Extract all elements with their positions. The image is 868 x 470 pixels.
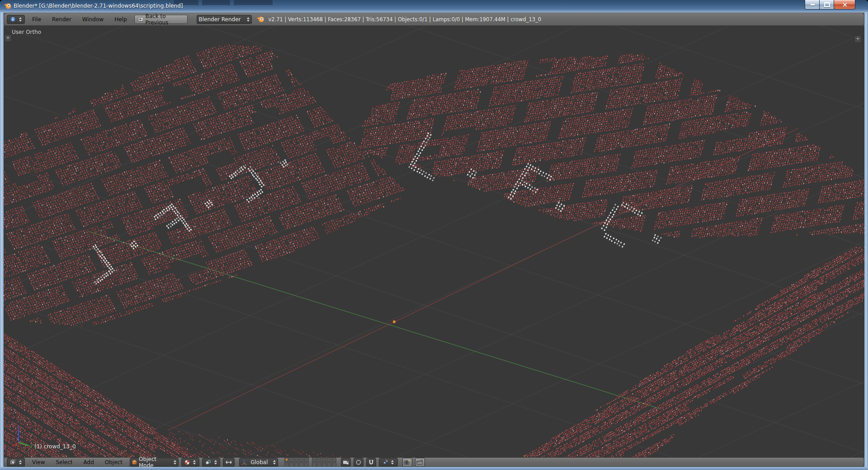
- layer-cell[interactable]: [299, 457, 304, 462]
- close-button[interactable]: [834, 0, 855, 9]
- editor-type-spinner[interactable]: [19, 460, 22, 465]
- view3d-header-bar: View Select Add Object Object Mode: [4, 457, 864, 467]
- mode-spinner[interactable]: [174, 460, 176, 465]
- background-window-fragment: [233, 0, 273, 5]
- back-to-previous-button[interactable]: Back to Previous: [134, 15, 188, 24]
- window-border-left: [0, 13, 4, 470]
- minimize-button[interactable]: [805, 0, 820, 9]
- render-engine-spinner[interactable]: [247, 17, 250, 22]
- pivot-icon: [205, 460, 211, 465]
- menu-render[interactable]: Render: [51, 16, 72, 23]
- render-engine-select[interactable]: Blender Render: [197, 15, 252, 24]
- toolshelf-expand-tab[interactable]: +: [4, 34, 12, 42]
- editor-type-selector-3dview[interactable]: [7, 458, 25, 467]
- editor-type-spinner[interactable]: [19, 17, 22, 22]
- layer-cell[interactable]: [299, 462, 304, 467]
- viewport-shading-select[interactable]: [181, 458, 199, 467]
- layer-cell[interactable]: [294, 462, 299, 467]
- menu-file[interactable]: File: [31, 16, 42, 23]
- proportional-edit-toggle[interactable]: [354, 458, 363, 467]
- snap-element-select[interactable]: [379, 458, 398, 467]
- screen: { "window": { "title": "Blender* [G:\\Bl…: [0, 0, 868, 470]
- layer-cell[interactable]: [304, 457, 309, 462]
- axis-tripod-icon: [241, 460, 247, 465]
- active-object-label: (1) crowd_13_0: [34, 443, 76, 450]
- 3d-viewport[interactable]: User Ortho + + z y (1) crowd_13_0: [4, 26, 864, 457]
- layer-cell[interactable]: [322, 462, 326, 467]
- layer-cell[interactable]: [317, 462, 321, 467]
- mode-select[interactable]: Object Mode: [130, 458, 179, 467]
- layer-cell[interactable]: [317, 457, 321, 462]
- window-titlebar[interactable]: Blender* [G:\Blender\blender-2.71-window…: [0, 0, 868, 13]
- object-mode-cube-icon: [132, 460, 137, 465]
- scene-statistics: v2.71 | Verts:113468 | Faces:28367 | Tri…: [269, 16, 542, 23]
- layer-cell[interactable]: [327, 457, 331, 462]
- lock-to-scene-toggle[interactable]: [341, 458, 351, 467]
- menu-help[interactable]: Help: [113, 16, 127, 23]
- layer-cell[interactable]: [327, 462, 331, 467]
- restore-button[interactable]: [819, 0, 835, 9]
- editor-type-selector[interactable]: [7, 15, 25, 24]
- window-title: Blender* [G:\Blender\blender-2.71-window…: [14, 3, 183, 9]
- gizmo-z-label: z: [17, 425, 19, 429]
- back-arrow-icon: [138, 16, 143, 22]
- snap-toggle[interactable]: [366, 458, 376, 467]
- scene-lock-icon: [343, 460, 349, 465]
- layer-cell[interactable]: [284, 457, 289, 462]
- viewport-canvas[interactable]: [4, 26, 864, 457]
- proportional-circle-icon: [356, 460, 361, 465]
- shading-spinner[interactable]: [193, 460, 196, 465]
- mode-value: Object Mode: [139, 456, 170, 469]
- pivot-spinner[interactable]: [214, 460, 217, 465]
- layer-cell[interactable]: [332, 462, 336, 467]
- render-camera-icon: [404, 459, 410, 465]
- layer-group: [284, 457, 309, 467]
- menu-view[interactable]: View: [31, 459, 46, 465]
- orientation-value: Global: [250, 459, 268, 465]
- window-border-bottom: [0, 467, 868, 470]
- layer-cell[interactable]: [312, 462, 316, 467]
- magnet-icon: [368, 460, 374, 465]
- layer-cell[interactable]: [284, 462, 289, 467]
- transform-orientation-select[interactable]: Global: [239, 458, 278, 467]
- menu-window[interactable]: Window: [81, 16, 104, 23]
- properties-expand-tab[interactable]: +: [854, 35, 862, 43]
- pivot-point-select[interactable]: [202, 458, 220, 467]
- layer-cell[interactable]: [322, 457, 326, 462]
- layer-group: [312, 457, 336, 467]
- center-points-icon: [226, 460, 232, 465]
- view-name-label: User Ortho: [12, 29, 41, 35]
- menu-select[interactable]: Select: [55, 459, 73, 465]
- blender-app-icon: [4, 2, 12, 9]
- background-window-fragment: [202, 0, 231, 5]
- render-animation-button[interactable]: [415, 458, 425, 467]
- gizmo-y-label: y: [30, 443, 33, 448]
- layer-cell[interactable]: [312, 457, 316, 462]
- shading-ball-icon: [184, 460, 190, 465]
- view3d-editor-icon: [10, 459, 16, 465]
- menu-add[interactable]: Add: [83, 459, 95, 465]
- snap-target-icon: [382, 460, 388, 465]
- snap-element-spinner[interactable]: [391, 460, 394, 465]
- layer-cell[interactable]: [289, 462, 294, 467]
- info-header-bar: File Render Window Help Back to Previous…: [4, 13, 864, 26]
- layer-cell[interactable]: [289, 457, 294, 462]
- render-engine-value: Blender Render: [199, 16, 241, 23]
- menu-object[interactable]: Object: [104, 459, 123, 465]
- layers-widget: [284, 457, 336, 467]
- layer-cell[interactable]: [304, 462, 309, 467]
- axis-gizmo: z y: [9, 425, 38, 450]
- clapperboard-icon: [416, 459, 423, 465]
- layer-cell[interactable]: [294, 457, 299, 462]
- render-still-button[interactable]: [402, 458, 412, 467]
- blender-logo-icon: [256, 16, 265, 23]
- orientation-spinner[interactable]: [273, 460, 276, 465]
- window-border-right: [864, 13, 868, 470]
- info-editor-icon: [10, 16, 16, 22]
- back-to-previous-label: Back to Previous: [145, 13, 184, 26]
- layer-cell[interactable]: [332, 457, 336, 462]
- manipulate-center-points-toggle[interactable]: [223, 458, 235, 467]
